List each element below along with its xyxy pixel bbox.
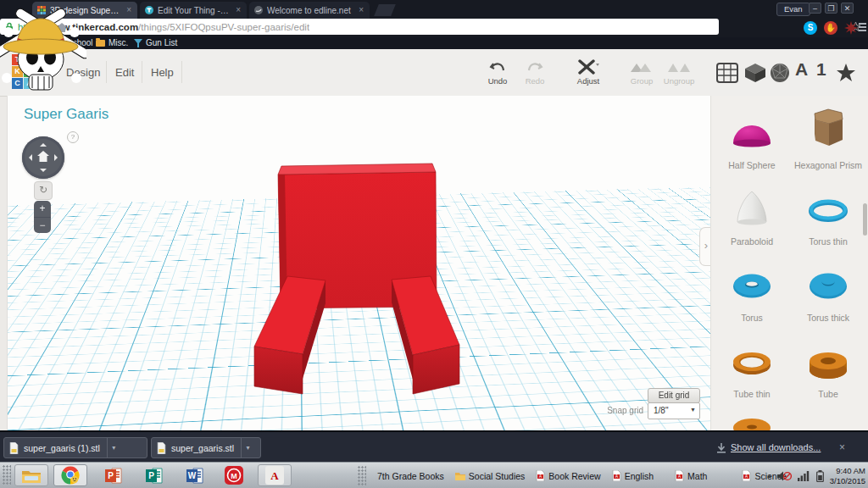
shape-torus-thin[interactable]: Torus thin — [793, 187, 864, 247]
view-compass[interactable] — [22, 136, 64, 179]
zoom-in-button[interactable]: + — [34, 201, 51, 218]
adblock-extension-icon[interactable]: ✋ — [824, 21, 837, 35]
publisher-taskbar-button[interactable]: P — [137, 464, 171, 486]
star-category-icon[interactable] — [836, 63, 856, 83]
tube-thin-shape-icon — [728, 340, 776, 384]
show-all-downloads-link[interactable]: Show all downloads... — [731, 442, 821, 452]
taskbar-link-social-studies[interactable]: Social Studies — [455, 471, 526, 481]
explorer-taskbar-button[interactable] — [14, 464, 48, 486]
menu-help[interactable]: Help — [151, 66, 174, 79]
fit-view-button[interactable]: ↻ — [34, 181, 53, 200]
menu-separator — [142, 61, 142, 83]
menu-separator — [106, 61, 107, 83]
model-super-gaaris[interactable] — [8, 96, 710, 430]
shape-tube-thin[interactable]: Tube thin — [716, 340, 787, 399]
bookmark-gun-list[interactable]: Gun List — [134, 38, 177, 47]
taskbar-link-math[interactable]: A Math — [675, 470, 707, 481]
shape-library-panel: Half Sphere Hexagonal Prism Paraboloid T… — [710, 96, 868, 430]
download-item[interactable]: super_gaaris.stl ▾ — [151, 437, 261, 458]
geodesic-category-icon[interactable] — [770, 63, 790, 83]
powerpoint-taskbar-button[interactable]: P — [97, 464, 131, 486]
battery-icon[interactable] — [816, 470, 824, 482]
adjust-tools-icon — [577, 59, 599, 75]
paraboloid-shape-icon — [728, 187, 776, 231]
bookmark-misc[interactable]: Misc. — [96, 38, 128, 47]
ungroup-icon — [666, 60, 692, 74]
redo-button[interactable]: Redo — [513, 58, 557, 86]
window-close-button[interactable]: ✕ — [841, 3, 854, 14]
panel-collapse-handle[interactable]: › — [699, 227, 710, 266]
snap-grid-select[interactable]: 1/8" ▼ — [648, 402, 700, 419]
taskbar-link-book-review[interactable]: A Book Review — [536, 470, 600, 481]
shape-partial-next-row[interactable] — [716, 416, 787, 430]
taskbar-link-7th-grade-books[interactable]: 7th Grade Books — [377, 471, 444, 481]
adjust-button[interactable]: Adjust — [566, 58, 610, 86]
shape-half-sphere[interactable]: Half Sphere — [716, 111, 787, 170]
tab-thingiverse[interactable]: Edit Your Thing - Thingiv × — [140, 2, 247, 19]
pdf-file-icon: A — [675, 470, 684, 481]
browser-menu-icon[interactable] — [859, 23, 866, 33]
network-signal-icon[interactable] — [798, 470, 810, 481]
shape-tube[interactable]: Tube — [793, 340, 864, 399]
tab-close-icon[interactable]: × — [358, 6, 364, 14]
taskbar-link-english[interactable]: A English — [612, 470, 654, 481]
download-caret-icon[interactable]: ▾ — [107, 438, 120, 458]
workplane-category-icon[interactable] — [716, 63, 738, 83]
chrome-taskbar-button[interactable] — [53, 464, 87, 486]
tab-close-icon[interactable]: × — [125, 6, 132, 14]
torus-shape-icon — [728, 263, 776, 308]
edit-grid-button[interactable]: Edit grid — [648, 388, 700, 403]
rotate-up-arrow[interactable] — [40, 140, 47, 147]
tray-chevron-icon[interactable]: ▴ — [768, 472, 771, 480]
skype-extension-icon[interactable]: S — [804, 21, 817, 35]
taskbar-grip[interactable] — [3, 465, 11, 485]
pdf-file-icon: A — [612, 470, 621, 481]
svg-text:A: A — [539, 474, 542, 479]
rotate-down-arrow[interactable] — [40, 169, 47, 175]
download-item[interactable]: super_gaaris (1).stl ▾ — [3, 437, 147, 458]
sidebar-scrollbar-thumb[interactable] — [863, 203, 867, 236]
volume-muted-icon[interactable] — [777, 470, 792, 482]
extension-starburst-icon[interactable] — [844, 21, 858, 35]
tab-close-icon[interactable]: × — [235, 6, 242, 14]
download-caret-icon[interactable]: ▾ — [241, 438, 254, 458]
zoom-control[interactable]: + − — [34, 201, 51, 233]
rotate-right-arrow[interactable] — [54, 154, 61, 161]
word-taskbar-button[interactable]: W — [178, 464, 212, 486]
stl-file-icon — [9, 442, 19, 454]
ungroup-button[interactable]: Ungroup — [657, 58, 701, 86]
shape-torus-thick[interactable]: Torus thick — [793, 263, 864, 323]
toolbar-grip[interactable] — [358, 466, 366, 486]
home-view-icon[interactable] — [36, 150, 50, 163]
tube-shape-icon — [804, 340, 852, 384]
shape-paraboloid[interactable]: Paraboloid — [716, 187, 787, 247]
tab-edline[interactable]: Welcome to edline.net × — [249, 2, 370, 19]
pdf-file-icon: A — [742, 470, 751, 481]
window-restore-button[interactable]: ❐ — [825, 3, 837, 14]
box-category-icon[interactable] — [744, 63, 766, 83]
tube-partial-shape-icon — [728, 416, 776, 430]
browser-profile-button[interactable]: Evan — [776, 3, 810, 16]
makerbot-taskbar-button[interactable]: M — [217, 464, 251, 486]
shape-hexagonal-prism[interactable]: Hexagonal Prism — [793, 106, 864, 170]
address-bar[interactable]: https://www.tinkercad.com/things/5XIFOQp… — [0, 19, 719, 35]
adobe-reader-icon: A — [265, 466, 284, 485]
shape-torus[interactable]: Torus — [716, 263, 787, 323]
downloads-bar-close-icon[interactable]: × — [839, 441, 845, 453]
text-category-icon[interactable]: A — [795, 59, 808, 80]
download-arrow-icon — [716, 443, 726, 453]
new-tab-button[interactable] — [374, 4, 396, 16]
folder-icon — [455, 471, 465, 480]
clock-date: 3/10/2015 — [830, 476, 865, 486]
tinkercad-header: T I N K E R C A D Design Edit Help Undo … — [0, 49, 868, 97]
help-bubble[interactable]: ? — [67, 131, 79, 143]
funnel-icon — [134, 39, 142, 47]
window-minimize-button[interactable]: – — [809, 3, 821, 14]
adobe-reader-taskbar-button[interactable]: A — [258, 464, 292, 486]
rotate-left-arrow[interactable] — [25, 154, 32, 161]
zoom-out-button[interactable]: − — [34, 218, 51, 233]
taskbar-clock[interactable]: 9:40 AM 3/10/2015 — [830, 466, 865, 486]
number-category-icon[interactable]: 1 — [816, 59, 826, 80]
design-canvas[interactable]: Super Gaaris ? ↻ + − Edit grid Snap grid… — [7, 96, 710, 430]
menu-edit[interactable]: Edit — [115, 66, 134, 79]
